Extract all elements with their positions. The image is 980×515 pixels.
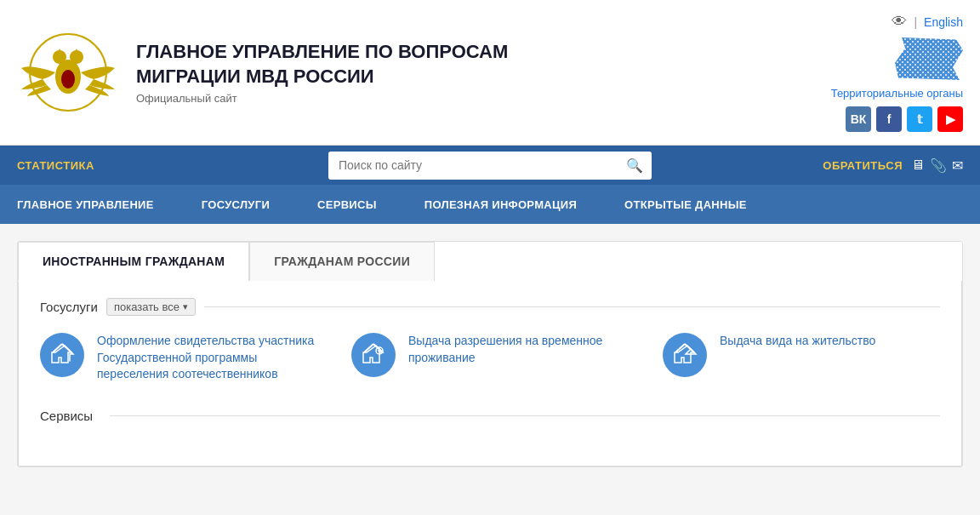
header-lang-row: 👁 | English xyxy=(892,13,963,31)
gosuslugi-title: Госуслуги xyxy=(40,300,98,314)
contact-link[interactable]: ОБРАТИТЬСЯ xyxy=(823,159,903,172)
header-title-block: ГЛАВНОЕ УПРАВЛЕНИЕ ПО ВОПРОСАМ МИГРАЦИИ … xyxy=(136,40,831,105)
services-grid: Оформление свидетельства участника Госуд… xyxy=(40,333,940,383)
service-icon-3 xyxy=(663,333,707,377)
header-subtitle: Официальный сайт xyxy=(136,92,831,105)
tab-russian-citizens[interactable]: ГРАЖДАНАМ РОССИИ xyxy=(249,242,435,281)
territorial-organs-link[interactable]: Территориальные органы xyxy=(831,87,963,100)
service-card-2[interactable]: Выдача разрешения на временное проживани… xyxy=(351,333,629,383)
svg-point-1 xyxy=(61,70,75,89)
service-text-2[interactable]: Выдача разрешения на временное проживани… xyxy=(408,333,629,366)
statistics-link[interactable]: СТАТИСТИКА xyxy=(17,159,254,172)
nav-item-open-data[interactable]: ОТКРЫТЫЕ ДАННЫЕ xyxy=(601,185,771,224)
twitter-icon[interactable]: 𝕥 xyxy=(907,106,932,132)
search-wrapper: 🔍 xyxy=(254,152,726,180)
english-link[interactable]: English xyxy=(924,15,963,29)
section-divider xyxy=(204,306,940,307)
main-content: ИНОСТРАННЫМ ГРАЖДАНАМ ГРАЖДАНАМ РОССИИ Г… xyxy=(17,241,963,467)
tabs: ИНОСТРАННЫМ ГРАЖДАНАМ ГРАЖДАНАМ РОССИИ xyxy=(18,242,962,281)
svg-point-2 xyxy=(53,50,66,64)
search-button[interactable]: 🔍 xyxy=(618,152,652,180)
vk-icon[interactable]: ВК xyxy=(846,106,871,132)
eye-icon[interactable]: 👁 xyxy=(892,13,907,31)
service-text-3[interactable]: Выдача вида на жительство xyxy=(720,333,875,350)
nav-item-main-department[interactable]: ГЛАВНОЕ УПРАВЛЕНИЕ xyxy=(17,185,178,224)
map-pattern xyxy=(895,37,963,80)
nav-main-bar: ГЛАВНОЕ УПРАВЛЕНИЕ ГОСУСЛУГИ СЕРВИСЫ ПОЛ… xyxy=(0,185,980,224)
contact-icons: 🖥 📎 ✉ xyxy=(911,157,963,174)
tab-foreign-citizens[interactable]: ИНОСТРАННЫМ ГРАЖДАНАМ xyxy=(18,242,249,282)
search-input[interactable] xyxy=(328,152,618,178)
search-bar: 🔍 xyxy=(328,152,652,180)
mail-icon[interactable]: ✉ xyxy=(952,157,963,174)
monitor-icon[interactable]: 🖥 xyxy=(911,157,925,174)
servisy-title: Сервисы xyxy=(40,409,93,423)
servisy-header: Сервисы xyxy=(40,409,940,423)
header-title: ГЛАВНОЕ УПРАВЛЕНИЕ ПО ВОПРОСАМ МИГРАЦИИ … xyxy=(136,40,831,89)
gosuslugi-header: Госуслуги показать все xyxy=(40,298,940,316)
nav-item-services[interactable]: СЕРВИСЫ xyxy=(293,185,401,224)
logo xyxy=(17,30,119,115)
social-icons: ВК f 𝕥 ▶ xyxy=(846,106,963,132)
servisy-divider xyxy=(110,415,940,416)
nav-top-bar: СТАТИСТИКА 🔍 ОБРАТИТЬСЯ 🖥 📎 ✉ xyxy=(0,146,980,185)
show-all-button[interactable]: показать все xyxy=(106,298,196,316)
service-card-1[interactable]: Оформление свидетельства участника Госуд… xyxy=(40,333,317,383)
youtube-icon[interactable]: ▶ xyxy=(937,106,963,132)
nav-item-useful-info[interactable]: ПОЛЕЗНАЯ ИНФОРМАЦИЯ xyxy=(401,185,601,224)
service-text-1[interactable]: Оформление свидетельства участника Госуд… xyxy=(97,333,317,383)
contact-section: ОБРАТИТЬСЯ 🖥 📎 ✉ xyxy=(726,157,963,174)
header-right: 👁 | English Территориальные органы ВК f … xyxy=(831,13,963,132)
service-icon-1 xyxy=(40,333,84,377)
service-icon-2 xyxy=(351,333,396,377)
tab-content-foreign: Госуслуги показать все Оформлен xyxy=(18,281,962,466)
facebook-icon[interactable]: f xyxy=(876,106,902,132)
header: ГЛАВНОЕ УПРАВЛЕНИЕ ПО ВОПРОСАМ МИГРАЦИИ … xyxy=(0,0,980,146)
svg-point-3 xyxy=(70,50,83,64)
phone-icon[interactable]: 📎 xyxy=(930,157,947,174)
service-card-3[interactable]: Выдача вида на жительство xyxy=(663,333,940,383)
nav-item-gosuslugi[interactable]: ГОСУСЛУГИ xyxy=(178,185,293,224)
